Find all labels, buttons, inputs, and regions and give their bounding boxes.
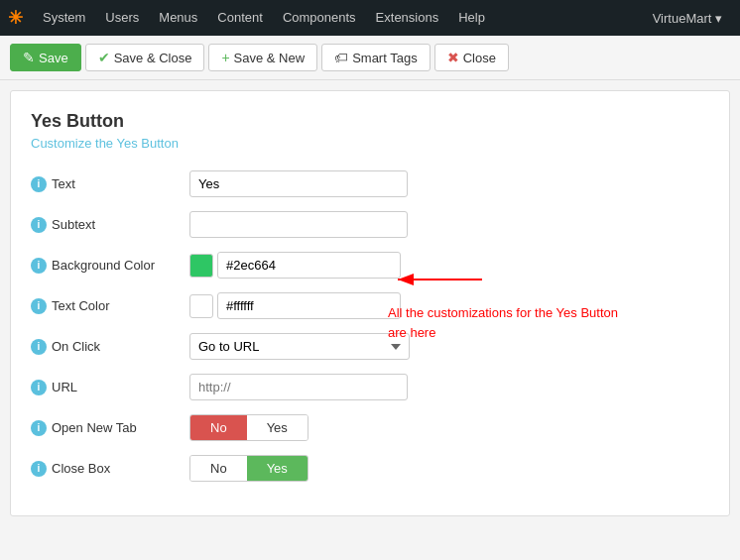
text-color-field-wrap bbox=[189, 292, 401, 319]
nav-users[interactable]: Users bbox=[95, 0, 149, 36]
nav-content[interactable]: Content bbox=[207, 0, 273, 36]
url-row: i URL bbox=[31, 374, 547, 400]
subtext-info-icon[interactable]: i bbox=[31, 217, 47, 233]
save-button[interactable]: ✎ Save bbox=[10, 44, 81, 71]
text-color-swatch[interactable] bbox=[189, 294, 213, 318]
text-color-label: Text Color bbox=[52, 298, 110, 313]
text-color-info-icon[interactable]: i bbox=[31, 298, 47, 314]
text-label-cell: i Text bbox=[31, 176, 189, 192]
open-new-tab-yes-btn[interactable]: Yes bbox=[247, 415, 308, 440]
on-click-select[interactable]: Go to URL Submit Form Close Box Do Nothi… bbox=[189, 333, 410, 360]
nav-virtuemart[interactable]: VirtueMart ▾ bbox=[643, 11, 732, 26]
check-icon: ✔ bbox=[98, 50, 110, 65]
save-close-button[interactable]: ✔ Save & Close bbox=[85, 44, 205, 71]
url-info-icon[interactable]: i bbox=[31, 380, 47, 395]
open-new-tab-row: i Open New Tab No Yes bbox=[31, 414, 547, 441]
annotation-container: All the customizations for the Yes Butto… bbox=[388, 260, 626, 342]
close-box-yes-btn[interactable]: Yes bbox=[247, 456, 308, 481]
main-panel: Yes Button Customize the Yes Button i Te… bbox=[10, 90, 730, 516]
save-label: Save bbox=[39, 51, 68, 65]
save-close-label: Save & Close bbox=[114, 51, 192, 65]
smart-tags-label: Smart Tags bbox=[352, 51, 418, 65]
on-click-label: On Click bbox=[52, 339, 100, 354]
section-subtitle: Customize the Yes Button bbox=[31, 136, 709, 151]
close-box-info-icon[interactable]: i bbox=[31, 461, 47, 477]
bg-color-label-cell: i Background Color bbox=[31, 258, 189, 274]
bg-color-info-icon[interactable]: i bbox=[31, 258, 47, 274]
close-box-row: i Close Box No Yes bbox=[31, 455, 547, 482]
bg-color-swatch[interactable] bbox=[189, 254, 213, 278]
text-color-input[interactable] bbox=[217, 292, 401, 319]
open-new-tab-toggle: No Yes bbox=[189, 414, 308, 441]
open-new-tab-no-btn[interactable]: No bbox=[190, 415, 247, 440]
url-label: URL bbox=[52, 380, 77, 394]
joomla-logo: ✳ bbox=[8, 7, 23, 29]
open-new-tab-label: Open New Tab bbox=[52, 420, 137, 435]
text-color-label-cell: i Text Color bbox=[31, 298, 189, 314]
subtext-row: i Subtext bbox=[31, 211, 547, 238]
bg-color-input[interactable] bbox=[217, 252, 401, 279]
annotation-text: All the customizations for the Yes Butto… bbox=[388, 303, 626, 342]
top-navbar: ✳ System Users Menus Content Components … bbox=[0, 0, 740, 36]
toolbar: ✎ Save ✔ Save & Close + Save & New 🏷 Sma… bbox=[0, 36, 740, 80]
nav-components[interactable]: Components bbox=[273, 0, 366, 36]
on-click-info-icon[interactable]: i bbox=[31, 339, 47, 355]
smart-tags-button[interactable]: 🏷 Smart Tags bbox=[321, 44, 431, 71]
text-info-icon[interactable]: i bbox=[31, 176, 47, 192]
close-box-label: Close Box bbox=[52, 461, 110, 476]
open-new-tab-label-cell: i Open New Tab bbox=[31, 420, 189, 436]
close-box-no-btn[interactable]: No bbox=[190, 456, 247, 481]
tags-icon: 🏷 bbox=[334, 50, 348, 65]
open-new-tab-info-icon[interactable]: i bbox=[31, 420, 47, 436]
on-click-label-cell: i On Click bbox=[31, 339, 189, 355]
save-new-button[interactable]: + Save & New bbox=[208, 44, 317, 71]
nav-extensions[interactable]: Extensions bbox=[366, 0, 449, 36]
close-icon: ✖ bbox=[447, 50, 459, 65]
arrow-svg bbox=[388, 260, 487, 299]
close-label: Close bbox=[463, 51, 496, 65]
text-label: Text bbox=[52, 176, 75, 191]
url-label-cell: i URL bbox=[31, 380, 189, 395]
bg-color-label: Background Color bbox=[52, 258, 155, 273]
close-box-label-cell: i Close Box bbox=[31, 461, 189, 477]
save-new-label: Save & New bbox=[234, 51, 306, 65]
text-row: i Text bbox=[31, 170, 547, 197]
close-button[interactable]: ✖ Close bbox=[434, 44, 509, 71]
subtext-label-cell: i Subtext bbox=[31, 217, 189, 233]
nav-system[interactable]: System bbox=[33, 0, 95, 36]
section-title: Yes Button bbox=[31, 111, 709, 132]
plus-icon: + bbox=[221, 50, 229, 65]
close-box-toggle: No Yes bbox=[189, 455, 308, 482]
subtext-input[interactable] bbox=[189, 211, 408, 238]
save-icon: ✎ bbox=[23, 50, 35, 65]
nav-help[interactable]: Help bbox=[448, 0, 495, 36]
bg-color-field-wrap bbox=[189, 252, 401, 279]
text-input[interactable] bbox=[189, 170, 408, 197]
nav-menus[interactable]: Menus bbox=[149, 0, 207, 36]
url-input[interactable] bbox=[189, 374, 408, 400]
subtext-label: Subtext bbox=[52, 217, 95, 232]
